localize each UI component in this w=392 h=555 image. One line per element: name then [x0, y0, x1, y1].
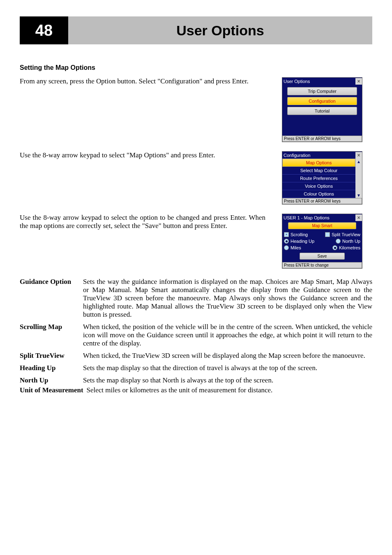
label-split-trueview: Split TrueView: [332, 232, 360, 237]
content-row-3: Use the 8-way arrow keypad to select the…: [20, 214, 372, 274]
def-term: Guidance Option: [20, 278, 81, 286]
menu-item-tutorial: Tutorial: [287, 107, 357, 115]
map-smart-highlight: Map Smart: [288, 222, 356, 229]
menu-item-select-map-colour: Select Map Colour: [282, 167, 355, 175]
close-icon: ×: [355, 214, 362, 221]
radio-miles: [284, 245, 289, 250]
screen2-status: Press ENTER or ARROW keys: [282, 198, 362, 204]
menu-item-voice-options: Voice Options: [282, 182, 355, 190]
label-scrolling: Scrolling: [291, 232, 308, 237]
menu-item-route-preferences: Route Preferences: [282, 175, 355, 182]
checkbox-split-trueview: [325, 232, 330, 237]
scroll-up-icon: ▲: [356, 159, 362, 164]
label-heading-up: Heading Up: [291, 239, 314, 244]
paragraph-1: From any screen, press the Option button…: [20, 77, 282, 85]
def-scrolling-map: Scrolling Map When ticked, the position …: [20, 323, 372, 348]
label-north-up: North Up: [342, 239, 360, 244]
def-desc: When ticked, the TrueView 3D screen will…: [83, 352, 372, 360]
page-number: 48: [20, 16, 68, 44]
scrollbar: ▲ ▼: [355, 159, 362, 198]
label-kilometres: Kilometres: [339, 245, 360, 250]
checkbox-scrolling: ×: [284, 232, 289, 237]
close-icon: ×: [355, 152, 362, 159]
option-row-scrolling: × Scrolling Split TrueView: [284, 231, 360, 238]
def-heading-up: Heading Up Sets the map display so that …: [20, 364, 372, 372]
menu-item-trip-computer: Trip Computer: [287, 87, 357, 95]
definitions-table: Guidance Option Sets the way the guidanc…: [20, 278, 372, 385]
device-screen-user-options: User Options × Trip Computer Configurati…: [282, 77, 362, 142]
option-row-units: Miles Kilometres: [284, 244, 360, 251]
def-desc: Sets the map display so that North is al…: [83, 376, 372, 385]
def-term: Heading Up: [20, 364, 81, 372]
device-screen-map-options: USER 1 - Map Options × Map Smart × Scrol…: [282, 214, 362, 269]
content-row-1: From any screen, press the Option button…: [20, 77, 372, 147]
radio-heading-up: [284, 239, 289, 244]
screen1-status: Press ENTER or ARROW keys: [282, 136, 362, 142]
def-term: Split TrueView: [20, 352, 81, 360]
def-desc: When ticked, the position of the vehicle…: [83, 323, 372, 348]
save-button: Save: [300, 253, 345, 260]
def-unit-of-measurement: Unit of Measurement Select miles or kilo…: [20, 386, 372, 394]
radio-kilometres: [332, 245, 337, 250]
menu-item-colour-options: Colour Options: [282, 190, 355, 198]
def-split-trueview: Split TrueView When ticked, the TrueView…: [20, 352, 372, 360]
scroll-down-icon: ▼: [356, 192, 362, 198]
screen3-status: Press ENTER to change: [282, 262, 362, 268]
def-term: Scrolling Map: [20, 323, 81, 331]
screen2-title: Configuration: [282, 153, 310, 158]
def-desc: Sets the map display so that the directi…: [83, 364, 372, 372]
page: 48 User Options Setting the Map Options …: [0, 0, 392, 411]
screen3-title: USER 1 - Map Options: [282, 215, 330, 220]
option-row-heading: Heading Up North Up: [284, 238, 360, 244]
def-term: Unit of Measurement: [20, 386, 85, 394]
paragraph-3: Use the 8-way arrow keypad to select the…: [20, 214, 282, 230]
menu-item-map-options: Map Options: [282, 159, 355, 167]
page-title: User Options: [68, 16, 372, 44]
header-bar: 48 User Options: [20, 16, 372, 44]
content-row-2: Use the 8-way arrow keypad to select "Ma…: [20, 151, 372, 210]
def-term: North Up: [20, 376, 81, 385]
def-north-up: North Up Sets the map display so that No…: [20, 376, 372, 385]
device-screen-configuration: Configuration × Map Options Select Map C…: [282, 151, 362, 205]
radio-north-up: [336, 239, 341, 244]
screen1-title: User Options: [282, 79, 310, 84]
paragraph-2: Use the 8-way arrow keypad to select "Ma…: [20, 151, 282, 159]
def-desc: Sets the way the guidance information is…: [83, 278, 372, 319]
section-title: Setting the Map Options: [20, 64, 372, 71]
close-icon: ×: [355, 78, 362, 85]
menu-item-configuration: Configuration: [287, 97, 357, 105]
label-miles: Miles: [291, 245, 301, 250]
def-guidance-option: Guidance Option Sets the way the guidanc…: [20, 278, 372, 319]
def-desc: Select miles or kilometres as the unit o…: [87, 386, 372, 394]
